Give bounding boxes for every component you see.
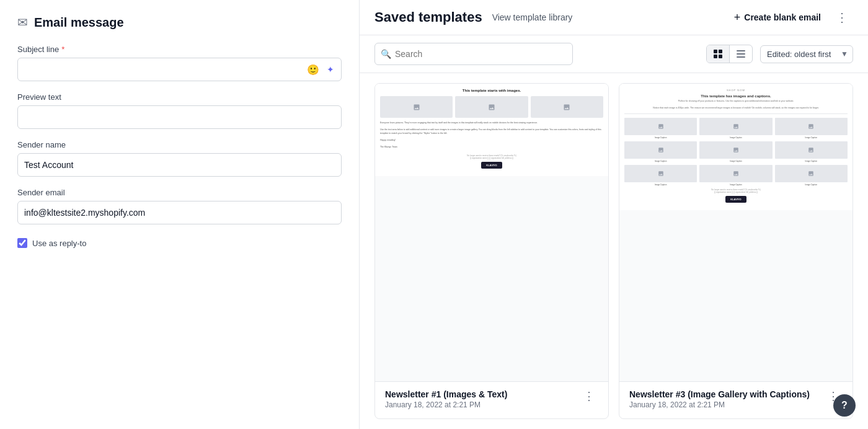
template-1-more-button[interactable]: ⋮ <box>580 389 598 403</box>
svg-rect-2 <box>714 55 717 58</box>
template-card-footer-1: Newsletter #1 (Images & Text) January 18… <box>375 381 608 417</box>
svg-rect-0 <box>714 50 717 53</box>
reply-to-checkbox[interactable] <box>17 238 27 248</box>
svg-rect-3 <box>719 55 722 58</box>
subject-line-group: Subject line * 🙂 ✦ <box>17 45 342 81</box>
template-card[interactable]: This template starts with images. <box>374 83 609 419</box>
sort-select-wrapper: Edited: oldest first Edited: newest firs… <box>760 45 853 63</box>
preview-text-group: Preview text <box>17 92 342 129</box>
subject-line-label: Subject line * <box>17 45 342 54</box>
template-name-1: Newsletter #1 (Images & Text) <box>385 389 507 399</box>
template-preview-2: SHOP NOW This template has images and ca… <box>619 84 852 381</box>
subject-input-icons: 🙂 ✦ <box>304 61 337 78</box>
search-icon: 🔍 <box>381 49 391 59</box>
help-button[interactable]: ? <box>833 394 856 417</box>
panel-header: ✉ Email message <box>17 15 342 30</box>
preview-text-label: Preview text <box>17 92 342 102</box>
right-header: Saved templates View template library + … <box>360 0 868 35</box>
list-icon <box>736 49 746 59</box>
template-date-2: January 18, 2022 at 2:21 PM <box>629 400 810 409</box>
grid-icon <box>713 49 723 59</box>
sender-email-group: Sender email <box>17 188 342 224</box>
sender-email-label: Sender email <box>17 188 342 197</box>
svg-rect-1 <box>719 50 722 53</box>
reply-to-label[interactable]: Use as reply-to <box>32 239 86 248</box>
template-preview-1: This template starts with images. <box>375 84 608 381</box>
search-wrapper: 🔍 <box>374 43 573 65</box>
search-input[interactable] <box>374 43 573 65</box>
sender-name-label: Sender name <box>17 140 342 149</box>
email-icon: ✉ <box>17 15 28 30</box>
plus-icon: + <box>734 11 741 24</box>
sender-name-input[interactable] <box>17 153 342 177</box>
subject-line-input[interactable] <box>17 58 342 81</box>
subject-input-wrapper: 🙂 ✦ <box>17 58 342 81</box>
search-filter-row: 🔍 Edited: oldest first Edited: newest fi… <box>360 35 868 73</box>
reply-to-row: Use as reply-to <box>17 238 342 248</box>
ai-button[interactable]: ✦ <box>324 61 337 78</box>
header-more-options-button[interactable]: ⋮ <box>831 7 853 27</box>
right-panel: Saved templates View template library + … <box>360 0 868 429</box>
panel-title: Email message <box>34 15 124 30</box>
sender-name-group: Sender name <box>17 140 342 177</box>
template-card-2[interactable]: SHOP NOW This template has images and ca… <box>619 83 853 419</box>
svg-rect-4 <box>737 50 745 51</box>
grid-view-button[interactable] <box>707 45 730 63</box>
preview-text-input[interactable] <box>17 105 342 129</box>
sender-email-input[interactable] <box>17 201 342 224</box>
svg-rect-5 <box>737 53 745 55</box>
required-indicator: * <box>61 45 64 54</box>
saved-templates-title: Saved templates <box>374 9 482 25</box>
view-template-library-link[interactable]: View template library <box>492 12 573 22</box>
left-panel: ✉ Email message Subject line * 🙂 ✦ Previ… <box>0 0 360 429</box>
template-card-footer-2: Newsletter #3 (Image Gallery with Captio… <box>619 381 852 417</box>
list-view-button[interactable] <box>730 45 752 63</box>
template-date-1: January 18, 2022 at 2:21 PM <box>385 400 507 409</box>
template-name-2: Newsletter #3 (Image Gallery with Captio… <box>629 389 810 399</box>
sort-select[interactable]: Edited: oldest first Edited: newest firs… <box>760 45 853 63</box>
templates-grid: This template starts with images. <box>360 73 868 429</box>
emoji-button[interactable]: 🙂 <box>304 61 322 78</box>
create-blank-email-button[interactable]: + Create blank email <box>734 11 821 24</box>
svg-rect-6 <box>737 56 745 58</box>
view-toggle <box>706 45 753 63</box>
